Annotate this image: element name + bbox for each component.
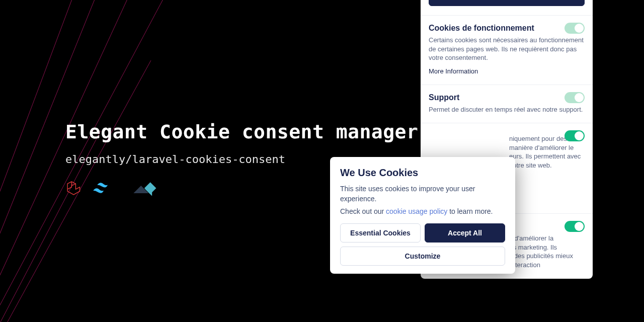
popup-customize-button[interactable]: Customize — [340, 247, 505, 266]
popup-title: We Use Cookies — [340, 167, 505, 179]
alpine-icon — [125, 181, 159, 196]
category-fonctionnement: Cookies de fonctionnement Certains cooki… — [421, 15, 593, 85]
popup-body-1: This site uses cookies to improve your u… — [340, 184, 505, 204]
popup-body-2: Check out our cookie usage policy to lea… — [340, 206, 505, 216]
toggle-fonctionnement[interactable] — [565, 23, 585, 34]
category-desc: Permet de discuter en temps réel avec no… — [429, 105, 585, 114]
category-desc: Certains cookies sont nécessaires au fon… — [429, 36, 585, 62]
page-title: Elegant Cookie consent manager — [65, 121, 418, 143]
category-title: Support — [429, 93, 585, 102]
more-information-link[interactable]: More Information — [429, 67, 478, 75]
laravel-icon — [65, 180, 83, 197]
toggle-marketing[interactable] — [565, 221, 585, 232]
tailwind-icon — [92, 181, 116, 196]
popup-essential-button[interactable]: Essential Cookies — [340, 223, 421, 243]
toggle-analytics[interactable] — [565, 130, 585, 141]
save-button[interactable]: Save — [429, 0, 585, 6]
cookie-policy-link[interactable]: cookie usage policy — [386, 207, 447, 215]
toggle-support[interactable] — [565, 92, 585, 103]
category-title: Cookies de fonctionnement — [429, 24, 585, 33]
popup-accept-all-button[interactable]: Accept All — [425, 223, 505, 243]
simple-popup: We Use Cookies This site uses cookies to… — [330, 157, 515, 274]
category-support: Support Permet de discuter en temps réel… — [421, 85, 593, 123]
